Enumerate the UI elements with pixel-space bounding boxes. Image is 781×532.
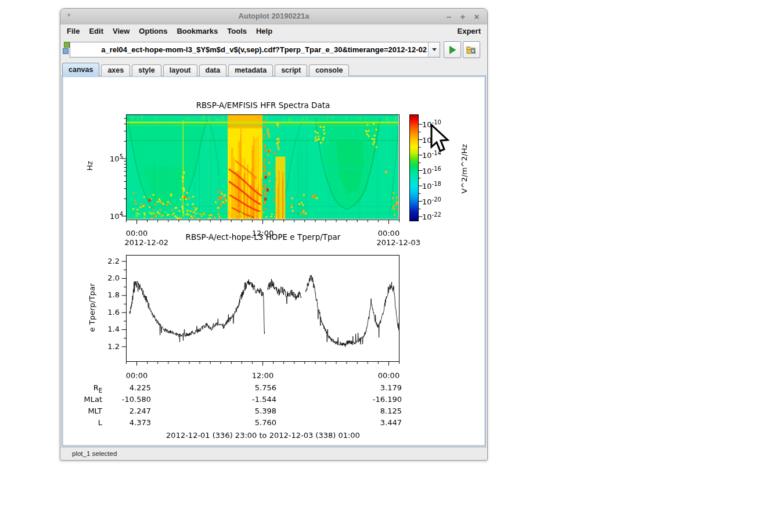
- tab-console[interactable]: console: [309, 64, 349, 76]
- menu-tools[interactable]: Tools: [222, 27, 251, 35]
- mouse-cursor: [430, 124, 453, 154]
- folder-search-icon: [466, 45, 477, 55]
- status-text: plot_1 selected: [72, 450, 117, 457]
- menu-bookmarks[interactable]: Bookmarks: [172, 27, 222, 35]
- tab-script[interactable]: script: [275, 64, 307, 76]
- tab-axes[interactable]: axes: [101, 64, 130, 76]
- dataset-blue-icon: [63, 48, 69, 54]
- address-dropdown-button[interactable]: [428, 42, 440, 57]
- desktop: ▾ Autoplot 20190221a – + × FileEditViewO…: [0, 0, 781, 532]
- address-combobox: a_rel04_ect-hope-mom-l3_$Y$m$d_v$(v,sep)…: [70, 42, 440, 57]
- dataset-green-icon: [64, 42, 70, 48]
- menu-options[interactable]: Options: [134, 27, 172, 35]
- tab-canvas[interactable]: canvas: [62, 63, 99, 76]
- menu-view[interactable]: View: [108, 27, 134, 35]
- toolbar: a_rel04_ect-hope-mom-l3_$Y$m$d_v$(v,sep)…: [60, 37, 487, 63]
- chevron-down-icon: [432, 48, 437, 51]
- window-title: Autoplot 20190221a: [60, 9, 487, 23]
- close-button[interactable]: ×: [470, 12, 484, 21]
- maximize-button[interactable]: +: [456, 12, 470, 21]
- tab-metadata[interactable]: metadata: [228, 64, 273, 76]
- go-button[interactable]: [444, 41, 461, 58]
- menu-bar: FileEditViewOptionsBookmarksToolsHelp Ex…: [60, 24, 487, 37]
- menu-help[interactable]: Help: [251, 27, 277, 35]
- tab-data[interactable]: data: [199, 64, 227, 76]
- tab-bar: canvasaxesstylelayoutdatametadatascriptc…: [60, 63, 487, 76]
- play-icon: [449, 46, 456, 54]
- title-bar[interactable]: ▾ Autoplot 20190221a – + ×: [60, 9, 487, 24]
- menu-items: FileEditViewOptionsBookmarksToolsHelp: [62, 27, 277, 35]
- address-input[interactable]: a_rel04_ect-hope-mom-l3_$Y$m$d_v$(v,sep)…: [70, 42, 428, 57]
- plot-canvas-panel[interactable]: [62, 76, 485, 446]
- inspect-url-button[interactable]: [463, 41, 480, 58]
- autoplot-window: ▾ Autoplot 20190221a – + × FileEditViewO…: [60, 8, 488, 461]
- status-bar: plot_1 selected: [60, 447, 487, 460]
- tab-style[interactable]: style: [132, 64, 161, 76]
- menu-file[interactable]: File: [62, 27, 84, 35]
- tab-layout[interactable]: layout: [163, 64, 197, 76]
- expert-menu[interactable]: Expert: [453, 27, 487, 35]
- minimize-button[interactable]: –: [442, 12, 456, 21]
- menu-edit[interactable]: Edit: [84, 27, 108, 35]
